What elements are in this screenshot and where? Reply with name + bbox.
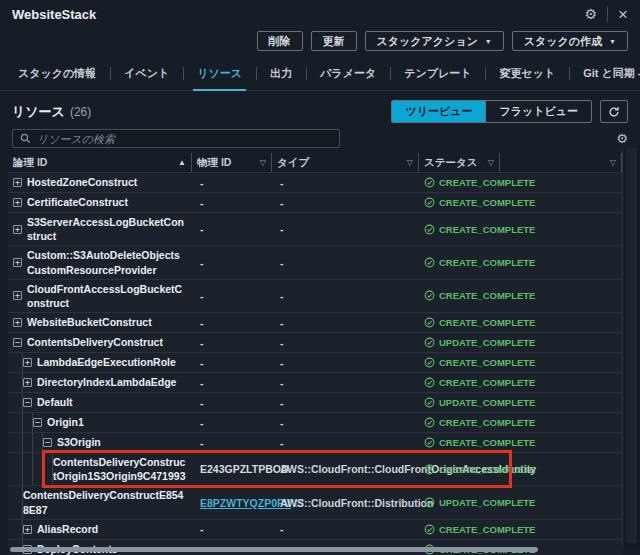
tab-template[interactable]: テンプレート (390, 59, 485, 90)
tab-git-sync[interactable]: Git と同期 - 新規 (569, 59, 640, 90)
logical-id-cell: +HostedZoneConstruct (8, 173, 192, 192)
logical-id-text: CertificateConstruct (27, 193, 128, 211)
expand-icon[interactable]: + (13, 178, 22, 187)
flat-view-label: フラットビュー (499, 105, 578, 117)
logical-id-cell: +DirectoryIndexLambdaEdge (8, 373, 192, 392)
divider (607, 6, 608, 22)
spacer-cell (500, 393, 622, 412)
table-preferences-gear-icon[interactable]: ⚙ (616, 131, 628, 146)
create-stack-label: スタックの作成 (524, 34, 602, 49)
collapse-icon[interactable]: − (23, 398, 32, 407)
expand-icon[interactable]: + (13, 258, 22, 267)
table-row: −ContentsDeliveryConstruct--UPDATE_COMPL… (8, 332, 622, 352)
type-cell: - (272, 373, 419, 392)
tab-stack-info[interactable]: スタックの情報 (4, 59, 110, 90)
physical-id-cell: - (192, 433, 272, 452)
physical-id-text: - (200, 523, 204, 535)
update-button[interactable]: 更新 (311, 31, 357, 51)
status-cell: UPDATE_COMPLETE (419, 486, 500, 518)
physical-id-cell: - (192, 280, 272, 312)
column-header-type[interactable]: タイプ ▽ (272, 153, 419, 172)
expand-icon[interactable]: + (23, 378, 32, 387)
type-text: - (280, 357, 284, 369)
column-header-logical-id[interactable]: 論理 ID ▲ (8, 153, 192, 172)
expand-icon[interactable]: + (13, 291, 22, 300)
expand-icon[interactable]: + (13, 318, 22, 327)
expand-icon[interactable]: + (23, 525, 32, 534)
tab-resources[interactable]: リソース (183, 59, 256, 90)
sort-ascending-icon[interactable]: ▲ (178, 158, 186, 167)
logical-id-cell: ContentsDeliveryConstructE8548E87 (8, 486, 192, 518)
physical-id-cell: - (192, 193, 272, 212)
tree-indent-guides (13, 393, 23, 412)
tab-outputs[interactable]: 出力 (256, 59, 306, 90)
chevron-down-icon: ▼ (485, 38, 492, 45)
column-header-physical-id[interactable]: 物理 ID ▽ (192, 153, 272, 172)
stack-tabs: スタックの情報 イベント リソース 出力 パラメータ テンプレート 変更セット … (0, 59, 640, 91)
expand-icon[interactable]: + (13, 225, 22, 234)
type-text: - (280, 290, 284, 302)
tree-indent-guides (13, 520, 23, 539)
type-text: - (280, 377, 284, 389)
physical-id-cell: - (192, 393, 272, 412)
stack-actions-menu-button[interactable]: スタックアクション ▼ (365, 31, 504, 51)
logical-id-text: Custom::S3AutoDeleteObjectsCustomResourc… (27, 246, 187, 278)
physical-id-text: - (200, 223, 204, 235)
physical-id-cell: - (192, 213, 272, 245)
tree-view-button[interactable]: ツリービュー (392, 101, 485, 122)
gear-icon[interactable]: ⚙ (585, 7, 598, 21)
logical-id-text: ContentsDeliveryConstructE8548E87 (23, 486, 187, 518)
column-header-status[interactable]: ステータス ▽ (419, 153, 500, 172)
logical-id-cell: +AliasRecord (8, 520, 192, 539)
type-cell: - (272, 280, 419, 312)
physical-id-text: - (200, 417, 204, 429)
type-cell: - (272, 333, 419, 352)
filter-icon[interactable]: ▽ (610, 158, 616, 167)
horizontal-scrollbar-thumb[interactable] (10, 547, 538, 552)
close-icon[interactable]: × (618, 6, 628, 23)
create-stack-menu-button[interactable]: スタックの作成 ▼ (512, 31, 628, 51)
collapse-icon[interactable]: − (43, 438, 52, 447)
type-text: - (280, 257, 284, 269)
physical-id-cell: - (192, 313, 272, 332)
tree-view-label: ツリービュー (405, 105, 472, 117)
vertical-scrollbar-thumb[interactable] (626, 148, 636, 543)
expand-icon[interactable]: + (23, 358, 32, 367)
collapse-icon[interactable]: − (13, 338, 22, 347)
logical-id-text: ContentsDeliveryConstructOrigin1S3Origin… (53, 453, 187, 485)
column-label: 論理 ID (13, 156, 47, 170)
type-cell: AWS::CloudFront::Distribution (272, 486, 419, 518)
type-cell: - (272, 413, 419, 432)
spacer-cell (500, 486, 622, 518)
table-row: ContentsDeliveryConstructOrigin1S3Origin… (8, 452, 622, 485)
filter-icon[interactable]: ▽ (407, 158, 413, 167)
search-input[interactable] (37, 133, 332, 145)
tab-parameters[interactable]: パラメータ (306, 59, 390, 90)
collapse-icon[interactable]: − (33, 418, 42, 427)
tab-change-sets[interactable]: 変更セット (485, 59, 569, 90)
table-row: +WebsiteBucketConstruct--CREATE_COMPLETE (8, 312, 622, 332)
column-label: ステータス (424, 156, 477, 170)
status-cell: CREATE_COMPLETE (419, 520, 500, 539)
logical-id-text: WebsiteBucketConstruct (27, 313, 152, 331)
filter-icon[interactable]: ▽ (260, 158, 266, 167)
type-text: AWS::CloudFront::Distribution (280, 497, 433, 509)
status-success-icon (424, 257, 435, 268)
vertical-scrollbar-track[interactable] (622, 146, 640, 549)
filter-icon[interactable]: ▽ (488, 158, 494, 167)
status-success-icon (424, 224, 435, 235)
delete-button[interactable]: 削除 (257, 31, 303, 51)
refresh-button[interactable] (600, 100, 628, 123)
status-success-icon (424, 177, 435, 188)
column-header-extra[interactable]: ▽ (500, 153, 622, 172)
status-success-icon (424, 417, 435, 428)
table-row: −Origin1--CREATE_COMPLETE (8, 412, 622, 432)
status-success-icon (424, 197, 435, 208)
physical-id-text: - (200, 290, 204, 302)
tab-events[interactable]: イベント (110, 59, 183, 90)
status-success-icon (424, 377, 435, 388)
expand-icon[interactable]: + (13, 198, 22, 207)
type-cell: - (272, 353, 419, 372)
flat-view-button[interactable]: フラットビュー (485, 101, 591, 122)
logical-id-text: S3Origin (57, 433, 101, 451)
